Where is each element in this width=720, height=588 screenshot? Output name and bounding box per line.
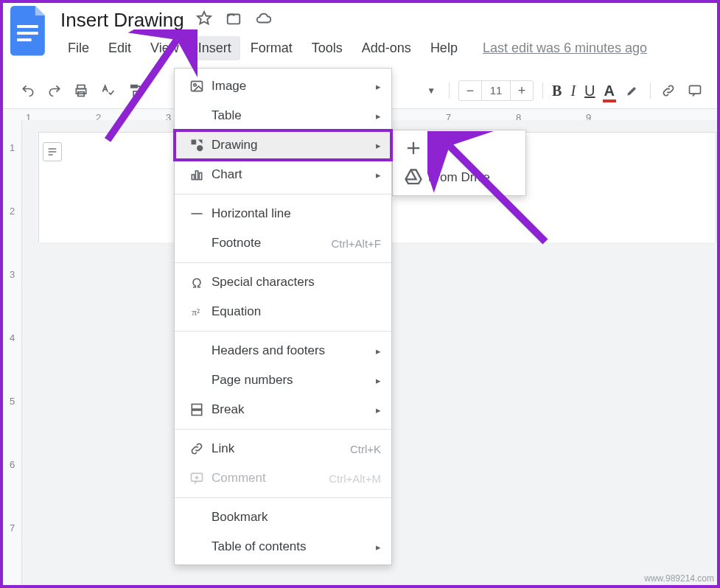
svg-point-14	[197, 145, 203, 151]
text-color-button[interactable]: A	[604, 83, 615, 99]
drive-icon	[403, 167, 424, 188]
insert-menu-headers-and-footers[interactable]: Headers and footers▸	[175, 336, 391, 365]
menu-add-ons[interactable]: Add-ons	[353, 36, 420, 60]
insert-comment-button[interactable]	[686, 82, 704, 99]
menu-label: Drawing	[207, 138, 376, 153]
menu-label: Image	[207, 79, 376, 94]
chart-icon	[186, 167, 207, 182]
font-size-value[interactable]: 11	[481, 81, 511, 100]
link-icon	[186, 441, 207, 456]
submenu-arrow-icon: ▸	[376, 81, 381, 92]
svg-text:π²: π²	[192, 307, 200, 318]
cloud-status-icon[interactable]	[255, 9, 271, 32]
submenu-arrow-icon: ▸	[376, 542, 381, 553]
menu-label: Link	[207, 441, 350, 456]
spellcheck-button[interactable]	[99, 82, 116, 99]
menu-shortcut: Ctrl+Alt+F	[331, 237, 381, 250]
plus-icon	[403, 138, 424, 158]
undo-button[interactable]	[19, 82, 37, 99]
svg-rect-20	[192, 405, 201, 410]
menubar: FileEditViewInsertFormatToolsAdd-onsHelp…	[59, 35, 647, 60]
menu-label: Equation	[207, 304, 381, 319]
menu-shortcut: Ctrl+K	[350, 443, 381, 455]
menu-label: Special characters	[207, 275, 381, 290]
insert-menu-equation[interactable]: π²Equation	[175, 297, 391, 326]
menu-separator	[175, 331, 391, 332]
underline-button[interactable]: U	[584, 83, 595, 99]
redo-button[interactable]	[46, 82, 63, 99]
insert-menu-link[interactable]: LinkCtrl+K	[175, 434, 391, 463]
drawing-submenu-new[interactable]: New	[393, 133, 525, 163]
menu-tools[interactable]: Tools	[303, 36, 352, 60]
submenu-arrow-icon: ▸	[376, 375, 381, 386]
svg-rect-13	[192, 140, 197, 145]
insert-menu-bookmark[interactable]: Bookmark	[175, 503, 391, 532]
menu-file[interactable]: File	[59, 36, 98, 60]
paint-format-button[interactable]	[125, 82, 143, 99]
move-icon[interactable]	[226, 9, 242, 32]
highlight-button[interactable]	[623, 82, 641, 99]
last-edit-link[interactable]: Last edit was 6 minutes ago	[483, 41, 647, 56]
separator	[650, 83, 651, 99]
insert-menu-comment: CommentCtrl+Alt+M	[175, 463, 391, 493]
menu-label: Horizontal line	[207, 206, 381, 221]
insert-menu-special-characters[interactable]: Special characters	[175, 267, 391, 297]
separator	[449, 83, 450, 99]
menu-insert[interactable]: Insert	[189, 36, 240, 60]
menu-label: Headers and footers	[207, 343, 376, 358]
menu-format[interactable]: Format	[242, 36, 301, 60]
drawing-submenu: NewFrom Drive	[392, 130, 526, 196]
menu-separator	[175, 262, 391, 263]
menu-separator	[175, 497, 391, 498]
menu-edit[interactable]: Edit	[99, 36, 140, 60]
comment-icon	[186, 471, 207, 486]
svg-rect-11	[192, 81, 203, 91]
font-size-increase[interactable]: +	[511, 83, 533, 99]
print-button[interactable]	[72, 82, 90, 99]
bold-button[interactable]: B	[552, 83, 562, 99]
insert-link-button[interactable]	[660, 82, 677, 99]
drawing-icon	[186, 138, 207, 153]
watermark: www.989214.com	[644, 573, 714, 584]
submenu-arrow-icon: ▸	[376, 169, 381, 181]
insert-menu-image[interactable]: Image▸	[175, 71, 391, 101]
insert-menu-table-of-contents[interactable]: Table of contents▸	[175, 532, 391, 561]
insert-menu-chart[interactable]: Chart▸	[175, 160, 391, 189]
insert-menu-horizontal-line[interactable]: Horizontal line	[175, 199, 391, 228]
font-size-control: − 11 +	[458, 80, 534, 101]
insert-menu-footnote[interactable]: FootnoteCtrl+Alt+F	[175, 228, 391, 258]
hline-icon	[186, 206, 207, 221]
submenu-arrow-icon: ▸	[376, 140, 381, 151]
insert-menu-table[interactable]: Table▸	[175, 101, 391, 130]
drawing-submenu-from-drive[interactable]: From Drive	[393, 163, 525, 192]
menu-view[interactable]: View	[141, 36, 188, 60]
submenu-arrow-icon: ▸	[376, 111, 381, 122]
insert-menu-break[interactable]: Break▸	[175, 395, 391, 424]
svg-rect-21	[192, 410, 201, 416]
submenu-arrow-icon: ▸	[376, 405, 381, 416]
document-title[interactable]: Insert Drawing	[59, 9, 186, 32]
svg-rect-2	[17, 38, 31, 41]
outline-toggle-icon[interactable]	[43, 142, 62, 161]
menu-label: Page numbers	[207, 373, 376, 388]
menu-help[interactable]: Help	[422, 36, 466, 60]
separator	[542, 83, 543, 99]
italic-button[interactable]: I	[570, 83, 576, 99]
menu-label: Table	[207, 108, 376, 123]
docs-logo[interactable]	[10, 12, 49, 50]
menu-label: Footnote	[207, 236, 331, 251]
insert-menu-drawing[interactable]: Drawing▸	[175, 130, 391, 160]
style-dropdown-arrow[interactable]: ▼	[422, 82, 440, 99]
svg-rect-1	[17, 32, 38, 35]
break-icon	[186, 402, 207, 417]
menu-separator	[175, 429, 391, 430]
svg-rect-16	[195, 171, 198, 180]
svg-rect-0	[17, 25, 38, 28]
submenu-label: New	[424, 141, 453, 155]
insert-menu-page-numbers[interactable]: Page numbers▸	[175, 365, 391, 395]
star-icon[interactable]	[196, 9, 212, 32]
submenu-label: From Drive	[424, 170, 490, 185]
svg-point-12	[194, 84, 196, 86]
menu-label: Break	[207, 402, 376, 417]
font-size-decrease[interactable]: −	[459, 83, 481, 99]
